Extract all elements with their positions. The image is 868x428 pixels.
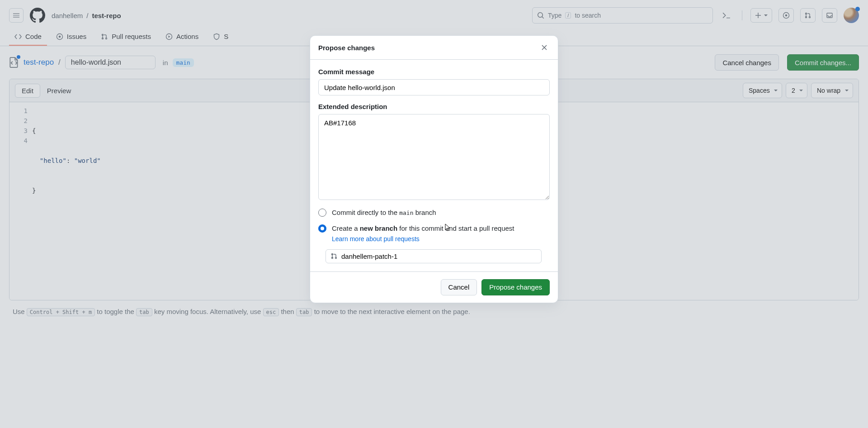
- commit-message-label: Commit message: [318, 68, 550, 76]
- modal-title: Propose changes: [318, 44, 539, 52]
- modal-footer: Cancel Propose changes: [310, 271, 558, 303]
- branch-name-field[interactable]: [326, 249, 542, 263]
- extended-description-input[interactable]: [318, 114, 550, 200]
- radio-commit-directly-label: Commit directly to the main branch: [332, 208, 436, 217]
- cancel-button[interactable]: Cancel: [441, 279, 477, 295]
- learn-more-link[interactable]: Learn more about pull requests: [332, 235, 514, 244]
- git-branch-icon: [330, 252, 338, 260]
- radio-create-branch[interactable]: Create a new branch for this commit and …: [318, 224, 550, 244]
- propose-changes-modal: Propose changes Commit message Extended …: [310, 35, 558, 303]
- branch-name-input[interactable]: [341, 252, 537, 260]
- close-button[interactable]: [539, 42, 550, 53]
- propose-changes-button[interactable]: Propose changes: [481, 279, 550, 295]
- close-icon: [541, 44, 548, 51]
- commit-message-input[interactable]: [318, 79, 550, 95]
- radio-create-branch-label: Create a new branch for this commit and …: [332, 224, 514, 244]
- radio-unchecked-icon: [318, 209, 326, 217]
- radio-commit-directly[interactable]: Commit directly to the main branch: [318, 208, 550, 217]
- modal-body: Commit message Extended description Comm…: [310, 60, 558, 271]
- extended-description-label: Extended description: [318, 103, 550, 110]
- modal-header: Propose changes: [310, 36, 558, 60]
- radio-checked-icon: [318, 224, 326, 233]
